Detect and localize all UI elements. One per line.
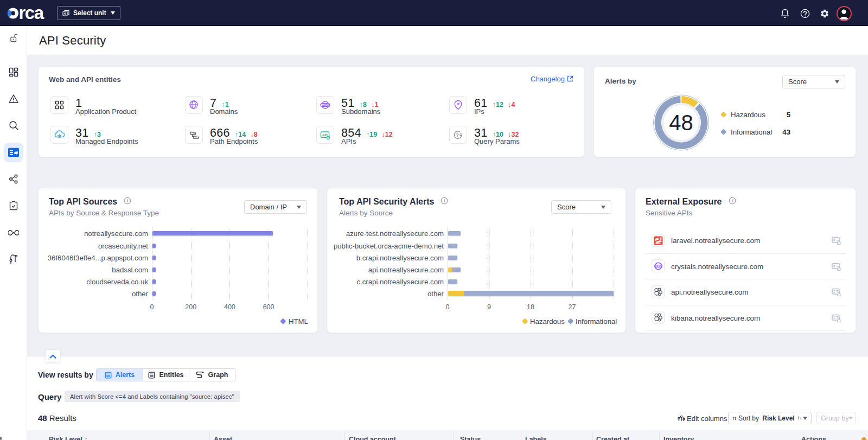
svg-text:IP: IP xyxy=(457,103,460,106)
svg-text:WWW: WWW xyxy=(655,265,661,267)
svg-text:rca: rca xyxy=(19,3,44,23)
svg-text:WWW: WWW xyxy=(322,104,329,107)
svg-text:laravel: laravel xyxy=(655,242,661,244)
svg-text:API: API xyxy=(322,133,328,136)
svg-text:?: ? xyxy=(456,132,459,138)
svg-text:48: 48 xyxy=(669,111,693,135)
